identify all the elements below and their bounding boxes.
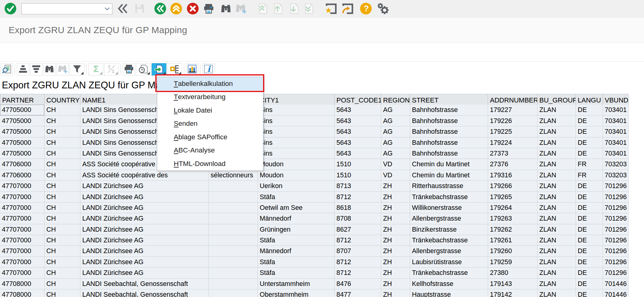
table-cell[interactable]: Chemin du Martinet (410, 170, 488, 181)
table-cell[interactable]: 1510 (335, 159, 381, 170)
table-cell[interactable]: 701296 (603, 224, 629, 235)
table-cell[interactable]: AG (381, 105, 410, 115)
chevron-down-icon[interactable] (105, 7, 112, 10)
table-cell[interactable]: ZLAN (537, 279, 576, 289)
table-cell[interactable]: 8707 (335, 246, 381, 256)
collapse-toolbar-button[interactable] (117, 3, 128, 15)
table-cell[interactable]: Oetwil am See (258, 202, 335, 213)
table-cell[interactable]: Uerikon (258, 181, 335, 191)
table-cell[interactable]: 179260 (488, 246, 537, 256)
table-cell[interactable]: 47708000 (0, 279, 45, 289)
choose-layout-button[interactable] (167, 63, 182, 75)
table-cell[interactable]: Bahnhofstrasse (410, 148, 488, 159)
subtotal-button[interactable]: ΣΣ (104, 63, 119, 75)
table-cell[interactable]: ZH (381, 289, 410, 297)
create-shortcut-button[interactable] (341, 3, 354, 15)
table-cell[interactable] (209, 268, 258, 278)
table-cell[interactable]: DE (576, 116, 603, 126)
table-cell[interactable]: 701296 (603, 235, 629, 246)
table-cell[interactable]: ZH (381, 268, 410, 278)
table-cell[interactable]: 47707000 (0, 246, 45, 256)
table-cell[interactable]: Tränkebachstrasse (410, 268, 488, 278)
table-cell[interactable]: Sins (258, 137, 335, 148)
table-cell[interactable]: 27376 (488, 159, 537, 170)
table-cell[interactable]: CH (45, 181, 80, 191)
table-cell[interactable]: DE (576, 268, 603, 278)
table-cell[interactable]: ZLAN (537, 202, 576, 213)
table-cell[interactable]: ZLAN (537, 170, 576, 181)
table-cell[interactable]: 701296 (603, 192, 629, 202)
table-cell[interactable]: Chemin du Martinet (410, 159, 488, 170)
table-cell[interactable]: Stäfa (258, 257, 335, 268)
exit-button[interactable] (170, 2, 182, 16)
table-cell[interactable]: ASS Société coopérative des (80, 170, 209, 181)
table-cell[interactable]: Tränkebachstrasse (410, 235, 488, 246)
table-cell[interactable]: DE (576, 289, 603, 297)
table-cell[interactable]: 27380 (488, 268, 537, 278)
table-cell[interactable]: Binzikerstrasse (410, 224, 488, 235)
table-cell[interactable]: Stäfa (258, 268, 335, 278)
table-cell[interactable]: LANDI Seebachtal, Genossenschaft (80, 289, 209, 297)
table-cell[interactable]: Moudon (258, 170, 335, 181)
table-cell[interactable]: Sins (258, 116, 335, 126)
menu-item-tabellenkalkulation[interactable]: Tabellenkalkulation (157, 77, 263, 91)
table-cell[interactable]: 179265 (488, 192, 537, 202)
table-cell[interactable]: DE (576, 137, 603, 148)
table-cell[interactable]: 47705000 (0, 137, 45, 148)
table-cell[interactable]: LANDI Zürichsee AG (80, 192, 209, 202)
table-cell[interactable]: FR (576, 159, 603, 170)
table-cell[interactable]: ZLAN (537, 235, 576, 246)
table-cell[interactable]: Sins (258, 126, 335, 137)
table-cell[interactable]: 179263 (488, 213, 537, 224)
table-cell[interactable]: 179226 (488, 116, 537, 126)
table-cell[interactable]: 8713 (335, 181, 381, 191)
table-cell[interactable]: CH (45, 105, 80, 115)
table-cell[interactable]: 701446 (603, 289, 629, 297)
column-header-POST_CODE1[interactable]: POST_CODE1 (335, 94, 381, 106)
table-cell[interactable]: Sins (258, 105, 335, 115)
column-header-LANGU[interactable]: LANGU (576, 94, 603, 106)
table-cell[interactable]: 703401 (603, 126, 629, 137)
column-header-REGION[interactable]: REGION (381, 94, 410, 106)
table-cell[interactable]: 47707000 (0, 181, 45, 191)
table-cell[interactable]: 5643 (335, 148, 381, 159)
table-cell[interactable]: ZLAN (537, 159, 576, 170)
table-cell[interactable]: ZLAN (537, 268, 576, 278)
table-cell[interactable]: 5643 (335, 105, 381, 115)
table-cell[interactable]: 47705000 (0, 105, 45, 115)
table-cell[interactable]: DE (576, 105, 603, 115)
table-cell[interactable]: 47705000 (0, 148, 45, 159)
table-cell[interactable]: LANDI Seebachtal, Genossenschaft (80, 279, 209, 289)
table-cell[interactable]: CH (45, 213, 80, 224)
back-button[interactable] (154, 2, 166, 16)
table-cell[interactable]: 701296 (603, 268, 629, 278)
last-page-button[interactable] (304, 3, 314, 15)
table-cell[interactable]: 8712 (335, 192, 381, 202)
table-cell[interactable] (209, 257, 258, 268)
table-cell[interactable]: 47705000 (0, 116, 45, 126)
table-cell[interactable]: DE (576, 224, 603, 235)
table-cell[interactable]: DE (576, 192, 603, 202)
table-cell[interactable] (209, 192, 258, 202)
table-cell[interactable]: 47706000 (0, 159, 45, 170)
table-cell[interactable]: ZH (381, 246, 410, 256)
table-cell[interactable]: CH (45, 126, 80, 137)
table-cell[interactable]: 179142 (488, 289, 537, 297)
save-button[interactable] (134, 3, 145, 15)
print-grid-button[interactable] (123, 63, 135, 75)
table-cell[interactable]: 703203 (603, 159, 629, 170)
table-cell[interactable]: Bahnhofstrasse (410, 126, 488, 137)
table-cell[interactable]: Willikonerstrasse (410, 202, 488, 213)
table-cell[interactable]: 8627 (335, 224, 381, 235)
table-cell[interactable]: Allenbergstrasse (410, 246, 488, 256)
graphics-button[interactable] (186, 63, 198, 75)
table-cell[interactable]: CH (45, 170, 80, 181)
menu-item-senden[interactable]: Senden (157, 117, 263, 131)
find-next-grid-button[interactable] (56, 63, 69, 75)
table-cell[interactable] (209, 235, 258, 246)
cancel-button[interactable] (187, 2, 199, 16)
table-cell[interactable]: ZH (381, 257, 410, 268)
menu-item-html-download[interactable]: HTML-Download (157, 157, 263, 171)
table-cell[interactable]: CH (45, 159, 80, 170)
table-cell[interactable]: ZLAN (537, 116, 576, 126)
